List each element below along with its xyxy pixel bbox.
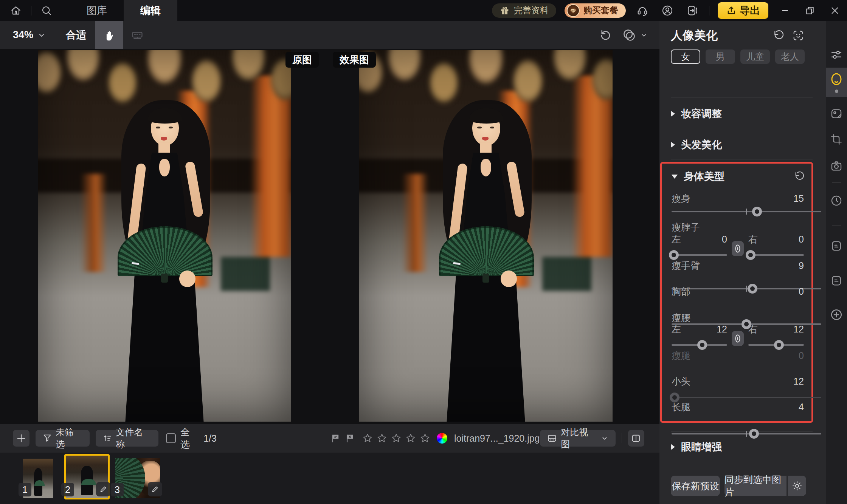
effect-photo-pane[interactable] [359, 50, 613, 422]
panel-title: 人像美化 [671, 28, 718, 43]
slim-neck-right-slider[interactable] [748, 250, 804, 260]
slider-handle[interactable] [669, 250, 679, 260]
slim-waist-left-slider[interactable] [672, 340, 727, 350]
slider-track[interactable] [672, 254, 727, 256]
reset-body-section-button[interactable] [792, 170, 804, 182]
star-icon[interactable] [419, 433, 431, 444]
section-hair[interactable]: 头发美化 [659, 137, 826, 152]
star-icon[interactable] [362, 433, 373, 444]
slider-track[interactable] [748, 254, 804, 256]
effects-tool-button[interactable] [826, 102, 847, 126]
hand-tool-button[interactable] [95, 21, 123, 49]
flag-reject-icon[interactable] [344, 433, 355, 444]
crop-tool-button[interactable] [826, 127, 847, 152]
select-all-checkbox[interactable] [166, 433, 176, 443]
account-button[interactable] [659, 2, 676, 19]
split-view-icon [631, 433, 641, 444]
slider-handle[interactable] [752, 207, 762, 216]
undo-button[interactable] [598, 28, 612, 42]
restore-button[interactable] [802, 2, 818, 19]
logout-button[interactable] [684, 2, 701, 19]
portrait-tool-button-active[interactable] [826, 68, 847, 97]
section-body-header[interactable]: 身体美型 [672, 170, 804, 183]
section-body-label: 身体美型 [684, 170, 724, 183]
compare-before-after-button[interactable] [622, 28, 648, 43]
slider-handle[interactable] [697, 340, 707, 350]
gender-male-button[interactable]: 男 [706, 49, 735, 64]
split-view-button[interactable] [628, 430, 644, 447]
close-button[interactable] [827, 2, 843, 19]
reset-panel-button[interactable] [771, 29, 783, 42]
tab-edit[interactable]: 编辑 [124, 0, 177, 21]
sync-to-selected-label: 同步到选中图片 [724, 473, 786, 498]
slider-row-slim-neck: 瘦脖子 [672, 221, 804, 233]
slim-body-slider[interactable] [672, 207, 821, 216]
preset-library-button[interactable] [826, 269, 847, 293]
preset-tool-button[interactable] [826, 234, 847, 258]
title-bar: 图库 编辑 完善资料 购买套餐 导出 [0, 0, 847, 21]
adjustments-icon [830, 48, 843, 61]
close-icon [830, 6, 840, 15]
section-makeup[interactable]: 妆容调整 [659, 106, 826, 121]
face-detect-icon[interactable] [792, 29, 805, 42]
slider-handle[interactable] [749, 429, 759, 439]
slider-label: 胸部 [672, 285, 690, 298]
save-new-preset-button[interactable]: 保存新预设 [671, 476, 720, 496]
home-button[interactable] [8, 2, 24, 19]
funnel-icon [42, 433, 52, 443]
original-photo-pane[interactable] [38, 50, 291, 422]
sync-to-selected-button[interactable]: 同步到选中图片 [724, 476, 786, 496]
camera-tool-button[interactable] [826, 154, 847, 178]
link-left-right-button[interactable] [732, 241, 744, 256]
support-button[interactable] [634, 2, 651, 19]
image-icon [830, 107, 843, 120]
section-eyes[interactable]: 眼睛增强 [659, 439, 826, 455]
link-icon [734, 334, 742, 343]
slim-waist-right-slider[interactable] [748, 340, 804, 350]
slim-neck-left-slider[interactable] [672, 250, 727, 260]
gender-elder-button[interactable]: 老人 [775, 49, 805, 64]
active-dot [835, 90, 838, 93]
gender-female-button[interactable]: 女 [671, 49, 700, 64]
slider-handle[interactable] [746, 250, 755, 260]
section-hair-label: 头发美化 [681, 138, 722, 152]
right-label: 右 [748, 233, 758, 246]
reshape-tool-button[interactable] [123, 21, 151, 49]
star-icon[interactable] [391, 433, 402, 444]
portrait-beautify-panel: 牙齿美化 人像美化 女 男 儿童 老人 妆容调整 头发美化 身体美型 瘦身 [659, 21, 826, 504]
thumbnail-1[interactable]: 1 [23, 459, 53, 498]
sync-settings-button[interactable] [787, 476, 806, 496]
thumbnail-2-selected[interactable]: 2 [64, 454, 110, 499]
slider-center-tick [746, 209, 747, 215]
image-canvas[interactable]: 原图 效果图 [0, 49, 659, 424]
flag-pick-icon[interactable] [330, 433, 341, 444]
gender-child-button[interactable]: 儿童 [740, 49, 770, 64]
minimize-button[interactable] [777, 2, 793, 19]
add-tool-button[interactable] [826, 303, 847, 327]
sort-button[interactable]: 文件名称 [96, 430, 159, 447]
buy-plan-button[interactable]: 购买套餐 [565, 3, 626, 18]
filter-button[interactable]: 未筛选 [36, 430, 90, 447]
zoom-level-button[interactable]: 34% [13, 29, 46, 41]
compare-view-button[interactable]: 对比视图 [540, 430, 616, 447]
color-label-icon[interactable] [437, 433, 447, 444]
star-icon[interactable] [376, 433, 388, 444]
search-button[interactable] [38, 2, 55, 19]
thumbnail-3[interactable]: 3 [115, 458, 160, 498]
divider [709, 6, 709, 15]
headset-icon [636, 5, 648, 17]
tab-gallery[interactable]: 图库 [70, 0, 124, 21]
complete-profile-button[interactable]: 完善资料 [492, 3, 556, 18]
star-icon[interactable] [405, 433, 416, 444]
adjustments-tool-button[interactable] [826, 43, 847, 67]
buy-plan-label: 购买套餐 [583, 5, 618, 16]
add-photos-button[interactable] [13, 430, 29, 447]
editor-toolbar: 34% 合适 [0, 21, 659, 49]
fit-button[interactable]: 合适 [66, 28, 86, 42]
link-left-right-button[interactable] [732, 331, 744, 346]
export-button[interactable]: 导出 [718, 2, 768, 19]
slider-handle[interactable] [774, 340, 784, 350]
small-head-slider[interactable] [672, 429, 821, 439]
history-tool-button[interactable] [826, 189, 847, 213]
left-value: 12 [717, 324, 727, 335]
